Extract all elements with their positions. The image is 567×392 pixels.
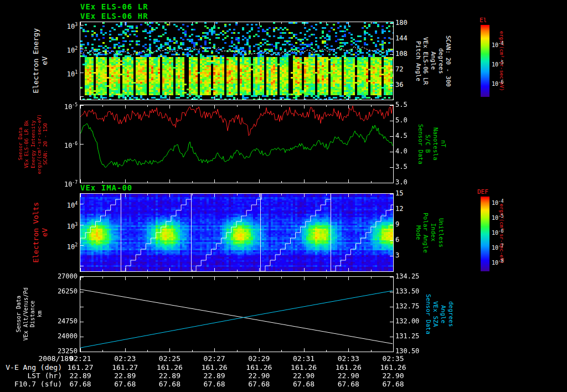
bottom-row-value: 161.26: [287, 363, 321, 372]
ima-colorbar: [481, 197, 489, 271]
axis-label-line: Sensor Data: [424, 294, 431, 334]
bottom-row-value: 67.68: [377, 380, 410, 388]
bottom-row-value: 161.26: [332, 363, 365, 372]
p4-left-tick-label: 27000: [31, 272, 78, 281]
p3-left-tick-label: 102: [31, 241, 78, 251]
axis-label-line: VEx SZA: [432, 301, 439, 327]
axis-label-line: Sensor Data: [16, 296, 22, 332]
p1-left-tick-label: 101: [31, 68, 78, 79]
p1-right-tick-label: 144: [395, 34, 432, 43]
p2-left-tick-label: 10-5: [31, 101, 78, 111]
p3-right-tick-label: 12: [395, 205, 432, 213]
panel1-title-hr: VEx ELS-06 HR: [80, 12, 148, 20]
els-spectrogram-plot: [80, 22, 393, 100]
colorbar-tick-label: 10-4: [492, 197, 517, 207]
p2-right-tick-label: 3.5: [395, 163, 432, 171]
p1-right-tick-label: 36: [395, 81, 432, 89]
altitude-sza-plot: [80, 277, 393, 352]
bottom-row-value: 22.89: [109, 372, 142, 380]
p4-right-tick-label: 131.25: [395, 332, 432, 341]
p3-right-tick-label: 9: [395, 220, 432, 229]
panel3-title: VEx IMA-00: [80, 183, 132, 192]
bottom-row-value: 67.68: [243, 380, 276, 388]
axis-label-line: Pitch Angle: [414, 41, 421, 81]
colorbar-tick-label: 10-7: [492, 242, 517, 252]
p4-right-tick-label: 132.75: [395, 302, 432, 311]
bottom-row-label: V-E Ang (deg): [0, 363, 62, 372]
els-colorbar: [481, 25, 489, 97]
colorbar-tick-label: 10-6: [492, 227, 517, 237]
bottom-row-value: 67.68: [332, 380, 365, 388]
p4-left-tick-label: 24750: [31, 317, 78, 326]
p1-left-tick-label: 102: [31, 44, 78, 55]
time-tick-label: 02:35: [377, 354, 410, 363]
p4-right-tick-label: 134.25: [395, 272, 432, 281]
p4-right-tick-label: 132.00: [395, 317, 432, 326]
p4-left-tick-label: 26250: [31, 287, 78, 296]
p3-right-tick-label: 15: [395, 189, 432, 198]
time-tick-label: 02:27: [198, 354, 231, 363]
axis-label-line: Electron Volts: [32, 202, 40, 263]
bottom-row-label: LST (hr): [0, 372, 62, 380]
axis-label-line: VEx ELS-06 LR: [422, 37, 429, 85]
time-tick-label: 02:21: [64, 354, 97, 363]
bottom-row-value: 161.26: [198, 363, 231, 372]
p2-right-tick-label: 3.0: [395, 178, 432, 187]
p2-right-tick-label: 4.5: [395, 132, 432, 140]
bottom-row-value: 67.68: [153, 380, 186, 388]
colorbar-tick-label: 10-6: [492, 78, 517, 88]
x-axis-date: 2008/189: [0, 354, 73, 363]
axis-label-line: VEx ELS-06 LR Bk: [24, 120, 29, 168]
axis-label-line: Polar Angle: [422, 213, 429, 253]
colorbar-tick-label: 10-5: [492, 59, 517, 69]
p1-right-tick-label: 72: [395, 65, 432, 74]
bottom-row-value: 22.89: [64, 372, 97, 380]
panel1-title-lr: VEx ELS-06 LR: [80, 2, 148, 11]
bottom-row-value: 67.68: [287, 380, 321, 388]
axis-label-line: VEx Alt/Venus/Pd: [23, 287, 29, 341]
axis-label-line: Sensor Data: [416, 124, 424, 164]
colorbar-tick-label: 10-8: [492, 257, 517, 267]
bottom-row-value: 161.26: [243, 363, 276, 372]
els-colorbar-label: El: [480, 17, 487, 24]
bottom-row-value: 67.68: [198, 380, 231, 388]
axis-label-line: eV: [41, 56, 49, 65]
axis-label-line: Angle: [439, 305, 446, 323]
p1-right-tick-label: 108: [395, 50, 432, 58]
axis-label-line: Nanotesla: [431, 127, 439, 161]
bottom-row-value: 22.90: [332, 372, 365, 380]
bottom-row-label: F10.7 (sfu): [0, 380, 62, 388]
time-tick-label: 02:31: [287, 354, 321, 363]
bottom-row-value: 161.26: [153, 363, 186, 372]
vex-quicklook-plot-page: VEx ELS-06 LR VEx ELS-06 HR VEx IMA-00 E…: [0, 0, 567, 392]
bottom-row-value: 161.27: [109, 363, 142, 372]
axis-label-line: degrees: [447, 301, 454, 327]
axis-label-line: degrees: [437, 48, 444, 74]
axis-label-line: Sensor Data: [18, 127, 23, 161]
colorbar-tick-label: 10-4: [492, 39, 517, 49]
bottom-row-value: 22.89: [153, 372, 186, 380]
bottom-row-value: 67.68: [109, 380, 142, 388]
p2-left-tick-label: 10-7: [31, 178, 78, 189]
p1-left-tick-label: 103: [31, 20, 78, 31]
axis-label-line: Electron Energy: [32, 28, 40, 93]
axis-label-line: SCAN: 20 - 300: [445, 35, 452, 87]
bottom-row-value: 22.90: [287, 372, 321, 380]
axis-label-line: Unitless: [437, 218, 444, 247]
bottom-row-value: 67.68: [64, 380, 97, 388]
ima-spectrogram-plot: [80, 194, 393, 271]
bottom-row-value: 161.27: [64, 363, 97, 372]
colorbar-tick-label: 10-5: [492, 212, 517, 222]
p3-left-tick-label: 103: [31, 220, 78, 231]
bk-intensity-bfield-plot: [80, 105, 393, 183]
p3-right-tick-label: 3: [395, 251, 432, 260]
p3-right-tick-label: 6: [395, 236, 432, 244]
time-tick-label: 02:25: [153, 354, 186, 363]
panel1-left-axis-label: Electron Energy eV: [32, 22, 49, 100]
p2-right-tick-label: 4.0: [395, 147, 432, 156]
time-tick-label: 02:23: [109, 354, 142, 363]
p3-left-tick-label: 104: [31, 199, 78, 210]
axis-label-line: nT: [439, 140, 446, 147]
p1-right-tick-label: 180: [395, 19, 432, 27]
p4-right-tick-label: 133.50: [395, 287, 432, 296]
